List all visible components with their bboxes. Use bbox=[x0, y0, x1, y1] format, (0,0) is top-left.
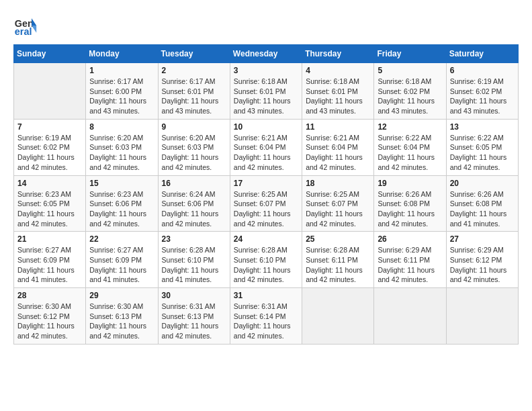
day-info: Sunrise: 6:28 AMSunset: 6:10 PMDaylight:… bbox=[234, 245, 298, 285]
calendar-cell: 26Sunrise: 6:29 AMSunset: 6:11 PMDayligh… bbox=[374, 232, 446, 288]
day-number: 18 bbox=[306, 179, 370, 188]
calendar-cell: 29Sunrise: 6:30 AMSunset: 6:13 PMDayligh… bbox=[86, 288, 158, 345]
day-info: Sunrise: 6:26 AMSunset: 6:08 PMDaylight:… bbox=[450, 189, 515, 229]
day-info: Sunrise: 6:30 AMSunset: 6:13 PMDaylight:… bbox=[89, 302, 154, 341]
day-number: 21 bbox=[17, 234, 82, 244]
day-info: Sunrise: 6:19 AMSunset: 6:02 PMDaylight:… bbox=[450, 77, 515, 116]
day-info: Sunrise: 6:22 AMSunset: 6:05 PMDaylight:… bbox=[450, 133, 515, 173]
day-info: Sunrise: 6:21 AMSunset: 6:04 PMDaylight:… bbox=[306, 133, 370, 173]
calendar-cell: 6Sunrise: 6:19 AMSunset: 6:02 PMDaylight… bbox=[446, 63, 518, 120]
calendar-cell bbox=[14, 63, 86, 120]
calendar-cell: 4Sunrise: 6:18 AMSunset: 6:01 PMDaylight… bbox=[302, 63, 374, 120]
calendar-cell: 27Sunrise: 6:29 AMSunset: 6:12 PMDayligh… bbox=[446, 232, 518, 288]
calendar-cell: 15Sunrise: 6:23 AMSunset: 6:06 PMDayligh… bbox=[86, 175, 158, 232]
calendar-weekday-thursday: Thursday bbox=[302, 45, 374, 63]
day-info: Sunrise: 6:27 AMSunset: 6:09 PMDaylight:… bbox=[17, 245, 82, 285]
day-number: 2 bbox=[162, 66, 226, 75]
day-number: 7 bbox=[17, 122, 82, 132]
calendar-cell: 20Sunrise: 6:26 AMSunset: 6:08 PMDayligh… bbox=[446, 175, 518, 232]
day-number: 5 bbox=[378, 66, 442, 75]
day-number: 11 bbox=[306, 122, 370, 132]
day-number: 10 bbox=[234, 122, 298, 132]
day-info: Sunrise: 6:18 AMSunset: 6:02 PMDaylight:… bbox=[378, 77, 442, 116]
calendar-cell bbox=[374, 288, 446, 345]
day-info: Sunrise: 6:25 AMSunset: 6:07 PMDaylight:… bbox=[306, 189, 370, 229]
day-number: 6 bbox=[450, 66, 515, 75]
calendar-weekday-wednesday: Wednesday bbox=[230, 45, 302, 63]
calendar-cell: 19Sunrise: 6:26 AMSunset: 6:08 PMDayligh… bbox=[374, 175, 446, 232]
calendar-cell bbox=[446, 288, 518, 345]
calendar-cell bbox=[302, 288, 374, 345]
calendar-cell: 23Sunrise: 6:28 AMSunset: 6:10 PMDayligh… bbox=[158, 232, 230, 288]
day-info: Sunrise: 6:31 AMSunset: 6:13 PMDaylight:… bbox=[162, 302, 226, 341]
day-number: 30 bbox=[162, 291, 226, 300]
page-header: Gen eral bbox=[13, 13, 519, 38]
calendar-cell: 22Sunrise: 6:27 AMSunset: 6:09 PMDayligh… bbox=[86, 232, 158, 288]
day-number: 27 bbox=[450, 234, 515, 244]
day-info: Sunrise: 6:17 AMSunset: 6:01 PMDaylight:… bbox=[162, 77, 226, 116]
calendar-cell: 24Sunrise: 6:28 AMSunset: 6:10 PMDayligh… bbox=[230, 232, 302, 288]
day-info: Sunrise: 6:25 AMSunset: 6:07 PMDaylight:… bbox=[234, 189, 298, 229]
calendar-cell: 28Sunrise: 6:30 AMSunset: 6:12 PMDayligh… bbox=[14, 288, 86, 345]
calendar-cell: 1Sunrise: 6:17 AMSunset: 6:00 PMDaylight… bbox=[86, 63, 158, 120]
day-number: 31 bbox=[234, 291, 298, 300]
day-number: 12 bbox=[378, 122, 442, 132]
day-info: Sunrise: 6:26 AMSunset: 6:08 PMDaylight:… bbox=[378, 189, 442, 229]
day-number: 1 bbox=[89, 66, 154, 75]
day-info: Sunrise: 6:24 AMSunset: 6:06 PMDaylight:… bbox=[162, 189, 226, 229]
day-number: 3 bbox=[234, 66, 298, 75]
day-info: Sunrise: 6:20 AMSunset: 6:03 PMDaylight:… bbox=[162, 133, 226, 173]
calendar-cell: 9Sunrise: 6:20 AMSunset: 6:03 PMDaylight… bbox=[158, 119, 230, 175]
day-info: Sunrise: 6:21 AMSunset: 6:04 PMDaylight:… bbox=[234, 133, 298, 173]
day-info: Sunrise: 6:22 AMSunset: 6:04 PMDaylight:… bbox=[378, 133, 442, 173]
day-info: Sunrise: 6:17 AMSunset: 6:00 PMDaylight:… bbox=[89, 77, 154, 116]
day-info: Sunrise: 6:18 AMSunset: 6:01 PMDaylight:… bbox=[306, 77, 370, 116]
calendar-table: SundayMondayTuesdayWednesdayThursdayFrid… bbox=[13, 44, 519, 345]
calendar-cell: 31Sunrise: 6:31 AMSunset: 6:14 PMDayligh… bbox=[230, 288, 302, 345]
calendar-week-row: 7Sunrise: 6:19 AMSunset: 6:02 PMDaylight… bbox=[14, 119, 519, 175]
calendar-cell: 21Sunrise: 6:27 AMSunset: 6:09 PMDayligh… bbox=[14, 232, 86, 288]
day-number: 25 bbox=[306, 234, 370, 244]
day-number: 17 bbox=[234, 179, 298, 188]
day-info: Sunrise: 6:19 AMSunset: 6:02 PMDaylight:… bbox=[17, 133, 82, 173]
calendar-header-row: SundayMondayTuesdayWednesdayThursdayFrid… bbox=[14, 45, 519, 63]
calendar-cell: 12Sunrise: 6:22 AMSunset: 6:04 PMDayligh… bbox=[374, 119, 446, 175]
calendar-weekday-tuesday: Tuesday bbox=[158, 45, 230, 63]
calendar-cell: 3Sunrise: 6:18 AMSunset: 6:01 PMDaylight… bbox=[230, 63, 302, 120]
day-number: 13 bbox=[450, 122, 515, 132]
calendar-cell: 10Sunrise: 6:21 AMSunset: 6:04 PMDayligh… bbox=[230, 119, 302, 175]
calendar-cell: 2Sunrise: 6:17 AMSunset: 6:01 PMDaylight… bbox=[158, 63, 230, 120]
logo: Gen eral bbox=[13, 13, 42, 38]
day-number: 4 bbox=[306, 66, 370, 75]
calendar-cell: 16Sunrise: 6:24 AMSunset: 6:06 PMDayligh… bbox=[158, 175, 230, 232]
day-number: 22 bbox=[89, 234, 154, 244]
calendar-weekday-saturday: Saturday bbox=[446, 45, 518, 63]
day-number: 15 bbox=[89, 179, 154, 188]
day-number: 28 bbox=[17, 291, 82, 300]
calendar-cell: 11Sunrise: 6:21 AMSunset: 6:04 PMDayligh… bbox=[302, 119, 374, 175]
calendar-cell: 17Sunrise: 6:25 AMSunset: 6:07 PMDayligh… bbox=[230, 175, 302, 232]
day-number: 24 bbox=[234, 234, 298, 244]
day-info: Sunrise: 6:18 AMSunset: 6:01 PMDaylight:… bbox=[234, 77, 298, 116]
calendar-weekday-sunday: Sunday bbox=[14, 45, 86, 63]
day-info: Sunrise: 6:31 AMSunset: 6:14 PMDaylight:… bbox=[234, 302, 298, 341]
calendar-weekday-monday: Monday bbox=[86, 45, 158, 63]
calendar-cell: 30Sunrise: 6:31 AMSunset: 6:13 PMDayligh… bbox=[158, 288, 230, 345]
day-number: 20 bbox=[450, 179, 515, 188]
day-number: 14 bbox=[17, 179, 82, 188]
calendar-cell: 18Sunrise: 6:25 AMSunset: 6:07 PMDayligh… bbox=[302, 175, 374, 232]
day-info: Sunrise: 6:30 AMSunset: 6:12 PMDaylight:… bbox=[17, 302, 82, 341]
day-number: 8 bbox=[89, 122, 154, 132]
day-info: Sunrise: 6:20 AMSunset: 6:03 PMDaylight:… bbox=[89, 133, 154, 173]
calendar-cell: 13Sunrise: 6:22 AMSunset: 6:05 PMDayligh… bbox=[446, 119, 518, 175]
calendar-weekday-friday: Friday bbox=[374, 45, 446, 63]
day-info: Sunrise: 6:23 AMSunset: 6:06 PMDaylight:… bbox=[89, 189, 154, 229]
logo-icon: Gen eral bbox=[13, 13, 38, 38]
calendar-cell: 25Sunrise: 6:28 AMSunset: 6:11 PMDayligh… bbox=[302, 232, 374, 288]
svg-text:eral: eral bbox=[15, 26, 32, 37]
calendar-week-row: 1Sunrise: 6:17 AMSunset: 6:00 PMDaylight… bbox=[14, 63, 519, 120]
day-info: Sunrise: 6:29 AMSunset: 6:12 PMDaylight:… bbox=[450, 245, 515, 285]
day-number: 9 bbox=[162, 122, 226, 132]
calendar-week-row: 28Sunrise: 6:30 AMSunset: 6:12 PMDayligh… bbox=[14, 288, 519, 345]
svg-marker-3 bbox=[32, 26, 36, 33]
